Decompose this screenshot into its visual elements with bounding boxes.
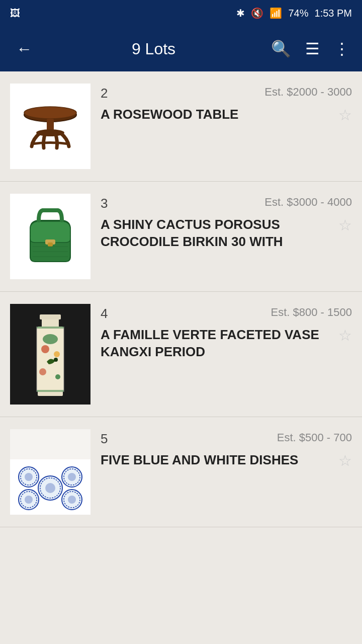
svg-point-12 <box>54 351 60 357</box>
lot-5-image-top <box>10 429 90 459</box>
svg-point-34 <box>68 496 76 504</box>
svg-point-15 <box>55 374 60 379</box>
search-icon[interactable]: 🔍 <box>271 39 291 58</box>
page-title: 9 Lots <box>46 40 261 58</box>
bluetooth-icon: ✱ <box>236 7 245 19</box>
toolbar: ← 9 Lots 🔍 ☰ ⋮ <box>0 26 362 71</box>
birkin-bag-img <box>18 201 83 272</box>
lot-details-5: 5 Est. $500 - 700 FIVE BLUE AND WHITE DI… <box>101 429 352 469</box>
gallery-icon: 🖼 <box>10 8 20 19</box>
svg-rect-5 <box>48 243 53 247</box>
lot-item[interactable]: 5 Est. $500 - 700 FIVE BLUE AND WHITE DI… <box>0 417 362 527</box>
rosewood-table-img <box>18 94 83 159</box>
lot-number-3: 3 <box>101 196 108 211</box>
favorite-button-4[interactable]: ☆ <box>338 327 352 344</box>
svg-rect-17 <box>37 390 64 392</box>
lot-title-row-3: A SHINY CACTUS POROSUS CROCODILE BIRKIN … <box>101 216 352 251</box>
lot-image-2 <box>10 84 90 169</box>
lot-estimate-2: Est. $2000 - 3000 <box>264 86 352 99</box>
svg-point-28 <box>68 473 76 481</box>
lot-image-5 <box>10 459 90 515</box>
famille-verte-vase-img <box>28 306 73 402</box>
lot-image-4 <box>10 304 90 405</box>
lot-title-3: A SHINY CACTUS POROSUS CROCODILE BIRKIN … <box>101 216 333 251</box>
lot-details-3: 3 Est. $3000 - 4000 A SHINY CACTUS POROS… <box>101 194 352 251</box>
lot-title-row-5: FIVE BLUE AND WHITE DISHES ☆ <box>101 452 352 469</box>
svg-point-14 <box>39 368 46 375</box>
battery-text: 74% <box>288 8 308 19</box>
more-icon[interactable]: ⋮ <box>334 39 350 58</box>
lot-title-4: A FAMILLE VERTE FACETED VASE KANGXI PERI… <box>101 327 333 361</box>
blue-white-dishes-img <box>13 462 88 515</box>
lot-meta-5: 5 Est. $500 - 700 <box>101 431 352 447</box>
svg-point-22 <box>45 483 55 493</box>
lot-details-4: 4 Est. $800 - 1500 A FAMILLE VERTE FACET… <box>101 304 352 361</box>
filter-icon[interactable]: ☰ <box>305 39 320 58</box>
lot-number-2: 2 <box>101 86 108 101</box>
lot-number-4: 4 <box>101 306 108 321</box>
lot-image-3 <box>10 194 90 279</box>
mute-icon: 🔇 <box>251 7 263 19</box>
lot-estimate-3: Est. $3000 - 4000 <box>264 196 352 209</box>
lot-list: 2 Est. $2000 - 3000 A ROSEWOOD TABLE ☆ <box>0 71 362 527</box>
svg-point-11 <box>41 345 49 353</box>
svg-point-10 <box>43 334 58 344</box>
favorite-button-2[interactable]: ☆ <box>338 106 352 124</box>
lot-title-5: FIVE BLUE AND WHITE DISHES <box>101 452 333 469</box>
wifi-icon: 📶 <box>269 7 282 19</box>
svg-rect-16 <box>37 327 64 329</box>
lot-title-row-2: A ROSEWOOD TABLE ☆ <box>101 106 352 124</box>
lot-title-2: A ROSEWOOD TABLE <box>101 106 333 123</box>
lot-meta-3: 3 Est. $3000 - 4000 <box>101 196 352 211</box>
svg-point-1 <box>24 107 76 119</box>
favorite-button-5[interactable]: ☆ <box>338 452 352 469</box>
lot-details-2: 2 Est. $2000 - 3000 A ROSEWOOD TABLE ☆ <box>101 84 352 124</box>
svg-point-25 <box>25 473 33 481</box>
lot-item[interactable]: 4 Est. $800 - 1500 A FAMILLE VERTE FACET… <box>0 292 362 417</box>
lot-estimate-5: Est. $500 - 700 <box>277 431 352 444</box>
lot-estimate-4: Est. $800 - 1500 <box>271 306 352 319</box>
lot-meta-2: 2 Est. $2000 - 3000 <box>101 86 352 101</box>
favorite-button-3[interactable]: ☆ <box>338 216 352 234</box>
toolbar-actions: 🔍 ☰ ⋮ <box>271 39 350 58</box>
back-button[interactable]: ← <box>12 36 36 62</box>
svg-rect-9 <box>40 314 61 319</box>
lot-item[interactable]: 3 Est. $3000 - 4000 A SHINY CACTUS POROS… <box>0 182 362 292</box>
lot-number-5: 5 <box>101 431 108 447</box>
lot-meta-4: 4 Est. $800 - 1500 <box>101 306 352 321</box>
status-bar: 🖼 ✱ 🔇 📶 74% 1:53 PM <box>0 0 362 26</box>
svg-point-13 <box>54 358 58 362</box>
time-text: 1:53 PM <box>315 8 352 19</box>
svg-point-31 <box>25 496 33 504</box>
lot-item[interactable]: 2 Est. $2000 - 3000 A ROSEWOOD TABLE ☆ <box>0 71 362 182</box>
lot-title-row-4: A FAMILLE VERTE FACETED VASE KANGXI PERI… <box>101 327 352 361</box>
